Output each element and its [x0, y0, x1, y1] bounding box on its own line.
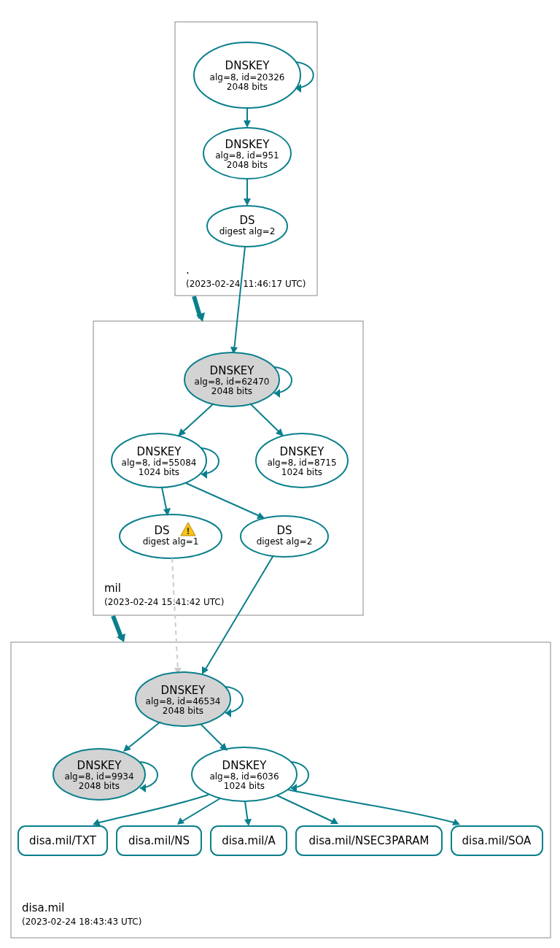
- disa-ksk-l1: alg=8, id=46534: [146, 696, 221, 706]
- mil-ds2-title: DS: [276, 524, 292, 537]
- mil-zsk1-l2: 1024 bits: [139, 467, 179, 477]
- root-zsk-l1: alg=8, id=951: [215, 150, 279, 161]
- rr-nsec3-label: disa.mil/NSEC3PARAM: [308, 834, 429, 847]
- mil-ds1-title: DS: [154, 524, 169, 537]
- edge-zsk-to-nsec3: [277, 795, 335, 822]
- edge-zsk1-to-ds2: [186, 483, 261, 517]
- root-ksk-l2: 2048 bits: [227, 82, 268, 92]
- zone-time-mil: (2023-02-24 15:41:42 UTC): [104, 597, 224, 607]
- edge-mil-to-disa-zone: [113, 616, 122, 639]
- disa-zsk-title: DNSKEY: [222, 759, 268, 772]
- zone-time-disa: (2023-02-24 18:43:43 UTC): [22, 917, 141, 927]
- edge-rootds-to-milksk: [234, 247, 245, 350]
- rr-a-label: disa.mil/A: [222, 834, 276, 847]
- zone-label-root: .: [186, 263, 190, 277]
- edge-zsk1-to-ds1: [162, 488, 167, 512]
- disa-ksk-l2: 2048 bits: [163, 706, 203, 716]
- disa-k2-l2: 2048 bits: [79, 781, 120, 791]
- mil-zsk1-title: DNSKEY: [137, 445, 182, 458]
- disa-ksk-title: DNSKEY: [161, 684, 206, 697]
- root-ds-l1: digest alg=2: [219, 226, 276, 236]
- mil-zsk2-l1: alg=8, id=8715: [267, 458, 336, 468]
- rr-txt-label: disa.mil/TXT: [29, 834, 97, 847]
- edge-ds2-to-disaksk: [204, 555, 273, 671]
- mil-ksk-title: DNSKEY: [210, 364, 255, 377]
- disa-zsk-l1: alg=8, id=6036: [209, 771, 279, 782]
- svg-text:!: !: [186, 525, 190, 536]
- edge-disaksk-to-zsk: [201, 724, 225, 748]
- zone-label-mil: mil: [104, 582, 121, 595]
- mil-zsk1-l1: alg=8, id=55084: [122, 458, 197, 468]
- root-ksk-l1: alg=8, id=20326: [210, 72, 285, 82]
- root-zsk-l2: 2048 bits: [227, 160, 268, 170]
- mil-ds2-l1: digest alg=2: [257, 536, 313, 547]
- disa-zsk-l2: 1024 bits: [224, 781, 265, 791]
- root-ds-title: DS: [239, 214, 254, 227]
- edge-milksk-to-zsk1: [181, 404, 214, 433]
- zone-label-disa: disa.mil: [22, 901, 64, 914]
- mil-zsk2-l2: 1024 bits: [281, 467, 322, 477]
- root-ksk-title: DNSKEY: [225, 59, 271, 72]
- mil-ds1-l1: digest alg=1: [143, 536, 199, 547]
- root-zsk-title: DNSKEY: [225, 138, 271, 151]
- mil-zsk2-title: DNSKEY: [280, 445, 325, 458]
- rr-ns-label: disa.mil/NS: [128, 834, 190, 847]
- arrow-rootzsk-to-rootds: [244, 199, 251, 206]
- mil-ksk-l2: 2048 bits: [211, 386, 252, 396]
- edge-zsk-to-soa: [288, 790, 456, 823]
- edge-disaksk-to-k2: [126, 722, 160, 749]
- arrow-zsk-to-a: [244, 819, 252, 826]
- arrow-ds2-to-disaksk: [202, 666, 209, 674]
- rr-soa-label: disa.mil/SOA: [462, 834, 532, 847]
- disa-k2-title: DNSKEY: [77, 759, 122, 772]
- disa-k2-l1: alg=8, id=9934: [64, 771, 133, 782]
- zone-time-root: (2023-02-24 11:46:17 UTC): [186, 279, 306, 289]
- arrow-rootksk-to-rootzsk: [244, 120, 251, 128]
- edge-milksk-to-zsk2: [250, 404, 281, 433]
- mil-ksk-l1: alg=8, id=62470: [195, 377, 270, 387]
